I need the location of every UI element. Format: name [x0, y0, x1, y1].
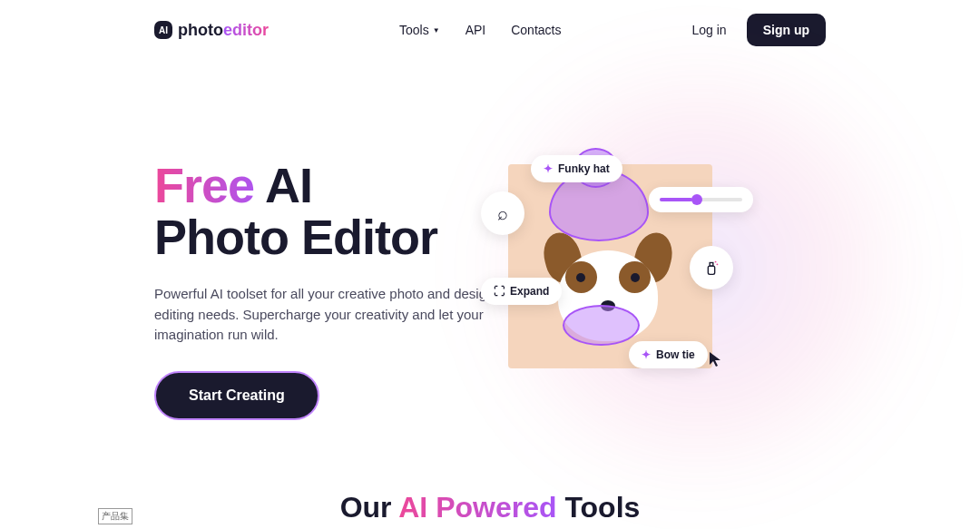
cursor-icon — [708, 350, 726, 373]
tools-title-tools: Tools — [557, 491, 641, 524]
svg-point-3 — [717, 263, 719, 265]
svg-rect-1 — [710, 263, 713, 267]
nav-tools[interactable]: Tools ▼ — [399, 23, 440, 37]
hero-title-ai: AI — [265, 158, 312, 212]
svg-rect-0 — [708, 266, 714, 274]
sparkle-icon: ✦ — [544, 162, 553, 175]
tools-title-ai: AI Powered — [398, 491, 556, 524]
svg-point-2 — [715, 261, 717, 263]
expand-icon: ⛶ — [494, 285, 505, 298]
funky-hat-pill[interactable]: ✦ Funky hat — [531, 155, 622, 182]
logo[interactable]: AI photoeditor — [154, 21, 269, 40]
start-creating-button[interactable]: Start Creating — [154, 371, 319, 420]
expand-pill[interactable]: ⛶ Expand — [481, 278, 562, 305]
tools-title-our: Our — [340, 491, 399, 524]
slider-track — [660, 198, 742, 201]
hero-title-free: Free — [154, 158, 265, 212]
slider-fill — [660, 198, 692, 201]
zoom-tool[interactable]: ⌕ — [481, 191, 524, 235]
sparkle-icon: ✦ — [642, 348, 651, 361]
logo-text-photo: photo — [178, 21, 223, 39]
logo-text-editor: editor — [223, 21, 269, 39]
login-link[interactable]: Log in — [692, 23, 727, 37]
bowtie-pill[interactable]: ✦ Bow tie — [629, 341, 708, 368]
spray-can-icon — [701, 258, 721, 278]
hero-title-photo-editor: Photo Editor — [154, 210, 437, 264]
hero-section: Free AI Photo Editor Powerful AI toolset… — [0, 60, 980, 420]
nav-tools-label: Tools — [399, 23, 429, 37]
magnifier-icon: ⌕ — [497, 203, 508, 224]
nav-contacts[interactable]: Contacts — [511, 23, 561, 37]
chevron-down-icon: ▼ — [433, 26, 440, 34]
slider-widget[interactable] — [649, 187, 753, 212]
wand-tool[interactable] — [690, 246, 733, 289]
slider-thumb[interactable] — [691, 194, 702, 205]
bowtie-label: Bow tie — [656, 348, 695, 361]
logo-text: photoeditor — [178, 21, 269, 40]
bowtie-overlay — [563, 305, 640, 346]
tools-section-title: Our AI Powered Tools — [0, 491, 980, 529]
main-nav: Tools ▼ API Contacts — [399, 23, 561, 37]
nav-api[interactable]: API — [466, 23, 486, 37]
bottom-label: 产品集 — [98, 508, 132, 524]
logo-badge-icon: AI — [154, 21, 172, 39]
expand-label: Expand — [510, 285, 549, 298]
hero-image-preview: ✦ Funky hat ⛶ Expand ✦ Bow tie ⌕ — [454, 114, 835, 477]
funky-hat-label: Funky hat — [558, 162, 610, 175]
